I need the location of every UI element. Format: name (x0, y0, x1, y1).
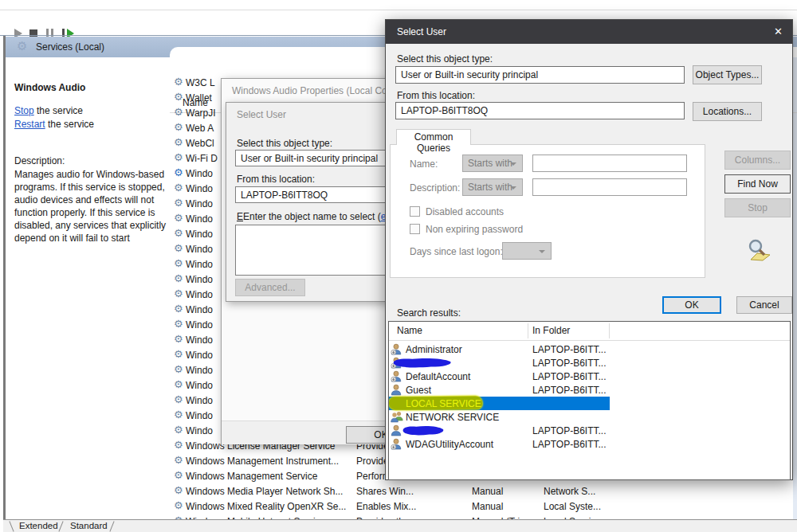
location-label: From this location: (237, 174, 315, 185)
results-column-folder[interactable]: In Folder (532, 325, 570, 336)
search-result-row[interactable]: NETWORK SERVICE (389, 410, 790, 424)
service-name: Web A (186, 123, 214, 134)
tab-slash (58, 521, 63, 531)
service-name: Windows Management Instrument... (186, 456, 339, 467)
restart-service-line: Restart the service (14, 119, 94, 130)
stop-service-line: Stop the service (14, 105, 83, 116)
service-gear-icon: ⚙ (174, 273, 183, 284)
search-result-row[interactable]: WDAGUtilityAccountLAPTOP-B6ITT... (389, 437, 790, 451)
days-since-logon-dropdown[interactable] (502, 242, 552, 260)
selected-service-title: Windows Audio (14, 82, 85, 93)
stop-service-link[interactable]: Stop (14, 105, 34, 116)
non-expiring-password-checkbox[interactable] (410, 224, 420, 234)
service-gear-icon: ⚙ (174, 515, 183, 519)
columns-button[interactable]: Columns... (724, 151, 791, 170)
results-column-name[interactable]: Name (397, 325, 422, 336)
description-operator-dropdown[interactable]: Starts with (462, 178, 523, 196)
service-gear-icon: ⚙ (174, 379, 183, 389)
service-name: Windo (186, 289, 213, 300)
non-expiring-password-label: Non expiring password (426, 224, 523, 235)
user-disabled-icon (391, 438, 403, 450)
description-label: Description: (14, 155, 65, 166)
dialog-title: Select User (397, 26, 446, 37)
search-result-row[interactable]: AdministratorLAPTOP-B6ITT... (389, 342, 790, 356)
location-field[interactable]: LAPTOP-B6ITT8OQ (395, 102, 685, 119)
service-name: WebCl (186, 138, 214, 149)
select-user-advanced-dialog: Select User ✕ Select this object type: U… (385, 19, 793, 480)
tab-extended[interactable]: Extended (19, 521, 58, 530)
service-gear-icon: ⚙ (174, 213, 183, 223)
search-result-row[interactable]: LAPTOP-B6ITT... (389, 356, 790, 370)
disabled-accounts-label: Disabled accounts (426, 206, 504, 217)
service-row[interactable]: ⚙Windows Media Player Network Sh...Share… (172, 483, 797, 499)
object-types-button[interactable]: Object Types... (693, 65, 762, 84)
search-result-row[interactable]: LOCAL SERVICE (389, 397, 790, 410)
censor-scribble (401, 425, 445, 436)
stop-button[interactable]: Stop (724, 198, 791, 217)
service-name: Windo (186, 425, 213, 436)
ok-button[interactable]: OK (662, 296, 721, 314)
stop-service-suffix: the service (34, 105, 83, 116)
result-rows: AdministratorLAPTOP-B6ITT...LAPTOP-B6ITT… (389, 342, 790, 460)
location-label: From this location: (397, 90, 475, 101)
description-query-field[interactable] (532, 178, 687, 196)
service-gear-icon: ⚙ (174, 440, 183, 450)
service-name: Windo (186, 334, 213, 346)
search-result-row[interactable]: LAPTOP-B6ITT... (389, 424, 790, 437)
name-operator-dropdown[interactable]: Starts with (462, 155, 523, 172)
search-results-list: Name In Folder AdministratorLAPTOP-B6ITT… (388, 321, 791, 480)
service-name: Windo (186, 319, 213, 331)
result-folder: LAPTOP-B6ITT... (532, 439, 606, 450)
find-now-button[interactable]: Find Now (724, 174, 791, 194)
result-folder: LAPTOP-B6ITT... (532, 371, 606, 382)
object-type-field[interactable]: User or Built-in security principal (395, 66, 685, 84)
service-startup-type: Manual (472, 501, 503, 512)
location-field[interactable]: LAPTOP-B6ITT8OQ (235, 186, 390, 203)
results-column-divider[interactable] (609, 323, 610, 338)
service-description: Enables Mix... (356, 501, 416, 512)
service-name: WarpJI (186, 108, 216, 119)
search-icon (744, 238, 771, 264)
service-row[interactable]: ⚙Windows Mixed Reality OpenXR Se...Enabl… (172, 499, 797, 514)
service-gear-icon: ⚙ (174, 243, 183, 253)
service-row[interactable]: ⚙Windows Mobile Hotspot ServiceProvides … (172, 514, 797, 519)
service-gear-icon: ⚙ (174, 137, 183, 147)
service-name: Windo (186, 244, 213, 255)
results-header-underline (389, 340, 790, 341)
service-name: Windo (186, 198, 213, 209)
tab-common-queries[interactable]: Common Queries (396, 129, 471, 145)
service-gear-icon: ⚙ (174, 198, 183, 208)
search-result-row[interactable]: DefaultAccountLAPTOP-B6ITT... (389, 370, 790, 383)
object-type-label: Select this object type: (237, 138, 332, 149)
service-gear-icon: ⚙ (174, 470, 183, 480)
cancel-button[interactable]: Cancel (736, 296, 792, 314)
screen: { "toolbar": { "icons": [ {"name": "star… (0, 0, 797, 532)
service-gear-icon: ⚙ (174, 76, 183, 87)
restart-service-link[interactable]: Restart (14, 119, 45, 130)
service-description: Shares Win... (356, 486, 414, 497)
tab-standard[interactable]: Standard (70, 521, 108, 530)
locations-button[interactable]: Locations... (693, 102, 762, 121)
results-column-divider[interactable] (528, 323, 528, 338)
object-type-field[interactable]: User or Built-in security principal (235, 150, 390, 166)
service-gear-icon: ⚙ (174, 228, 183, 238)
name-query-field[interactable] (532, 155, 687, 172)
service-description: Provides th... (356, 516, 412, 519)
service-gear-icon: ⚙ (174, 334, 183, 344)
result-name: NETWORK SERVICE (406, 412, 499, 423)
disabled-accounts-checkbox[interactable] (410, 206, 420, 217)
object-names-field[interactable] (235, 225, 390, 276)
service-name: Windows Mobile Hotspot Service (186, 516, 325, 519)
service-gear-icon: ⚙ (174, 409, 183, 420)
service-group-icon (391, 411, 403, 423)
search-result-row[interactable]: GuestLAPTOP-B6ITT... (389, 383, 790, 397)
select-user-dialog: Select User Select this object type: Use… (226, 102, 390, 302)
close-icon[interactable]: ✕ (774, 25, 783, 37)
enter-name-label-text: Enter the object name to select ( (243, 211, 381, 222)
result-name: DefaultAccount (406, 371, 470, 382)
service-name: Windo (186, 168, 213, 179)
service-name: Windo (186, 410, 213, 421)
dialog-titlebar[interactable]: Select User ✕ (386, 20, 792, 44)
advanced-button[interactable]: Advanced... (235, 279, 305, 296)
service-logon-as: Local Servi... (544, 516, 599, 519)
